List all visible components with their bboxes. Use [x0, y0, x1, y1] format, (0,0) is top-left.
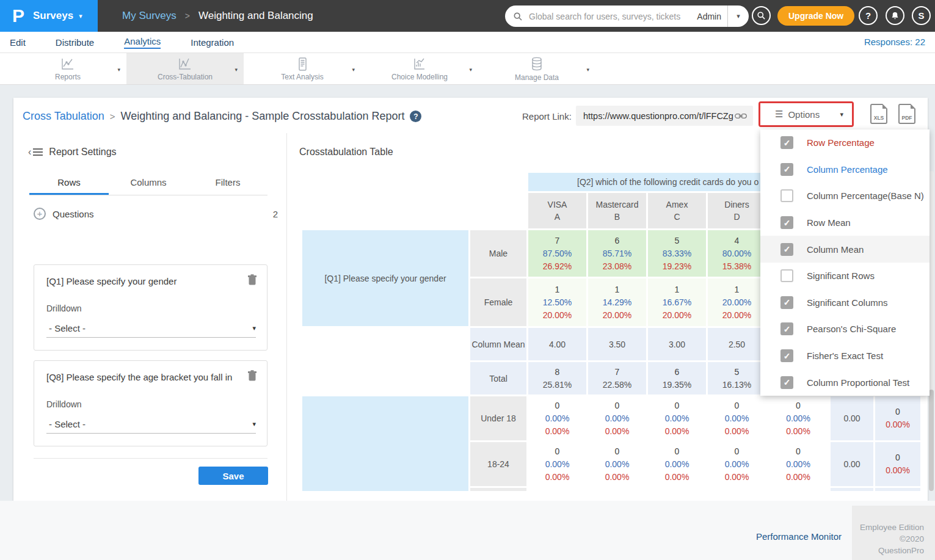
- tab-edit[interactable]: Edit: [10, 37, 26, 48]
- spacer-cell: [302, 173, 526, 191]
- tab-filters[interactable]: Filters: [188, 171, 267, 195]
- menu-item-column-proportional-test[interactable]: Column Proportional Test: [760, 369, 930, 396]
- breadcrumb-my-surveys[interactable]: My Surveys: [122, 10, 176, 22]
- cross-tabulation-link[interactable]: Cross Tabulation: [23, 110, 104, 123]
- table-cell: 114.29%20.00%: [588, 278, 646, 326]
- table-cell: 685.71%23.08%: [588, 230, 646, 277]
- checkbox-checked-icon[interactable]: [780, 322, 793, 335]
- add-question-button[interactable]: +: [34, 208, 46, 220]
- help-icon[interactable]: ?: [410, 111, 421, 122]
- checkbox-unchecked-icon[interactable]: [780, 269, 793, 282]
- table-cell: [831, 488, 873, 491]
- menu-item-column-percentage[interactable]: Column Percentage: [760, 156, 930, 183]
- save-button[interactable]: Save: [198, 467, 268, 485]
- chevron-down-icon[interactable]: ▾: [586, 67, 589, 73]
- table-cell: 516.13%: [708, 362, 766, 395]
- table-cell: 00.00%: [875, 442, 920, 486]
- toolbar-choice-modelling[interactable]: Choice Modelling ▾: [361, 53, 478, 84]
- table-scrollbar[interactable]: [929, 171, 934, 491]
- drilldown-select[interactable]: - Select - ▾: [46, 415, 256, 434]
- trash-icon: [247, 274, 257, 285]
- column-header: DinersD: [708, 193, 766, 228]
- delete-question-button[interactable]: [247, 370, 257, 384]
- checkbox-checked-icon[interactable]: [780, 349, 793, 362]
- export-xls-button[interactable]: XLS: [870, 104, 887, 124]
- table-cell: 00.00%0.00%: [708, 396, 766, 440]
- scrollbar-thumb[interactable]: [929, 390, 934, 491]
- line-chart-icon: [60, 57, 76, 71]
- checkbox-unchecked-icon[interactable]: [780, 189, 793, 202]
- table-cell: 00.00%0.00%: [588, 396, 646, 440]
- column-header: VISAA: [528, 193, 586, 228]
- column-header: MastercardB: [588, 193, 646, 228]
- toolbar-manage-data[interactable]: Manage Data ▾: [478, 53, 595, 84]
- report-title: Weighting and Balancing - Sample Crossta…: [121, 110, 405, 123]
- checkbox-checked-icon[interactable]: [780, 243, 793, 256]
- search-scope-caret-icon[interactable]: ▾: [728, 12, 749, 20]
- table-cell: 4.00: [528, 328, 586, 360]
- export-pdf-button[interactable]: PDF: [898, 104, 915, 124]
- menu-item-significant-rows[interactable]: Significant Rows: [760, 263, 930, 289]
- product-switcher[interactable]: P Surveys ▾: [0, 0, 98, 32]
- search-icon: [513, 12, 523, 21]
- search-scope-label[interactable]: Admin: [697, 12, 721, 21]
- chevron-down-icon[interactable]: ▾: [235, 67, 238, 73]
- toolbar-cross-tabulation[interactable]: Cross-Tabulation ▾: [126, 53, 244, 84]
- checkbox-checked-icon[interactable]: [780, 136, 793, 149]
- checkbox-checked-icon[interactable]: [780, 296, 793, 309]
- performance-monitor-link[interactable]: Performance Monitor: [756, 531, 842, 542]
- chevron-down-icon[interactable]: ▾: [469, 67, 472, 73]
- trash-icon: [247, 370, 257, 381]
- toolbar-text-analysis[interactable]: Text Analysis ▾: [244, 53, 361, 84]
- table-cell: 00.00%0.00%: [768, 396, 829, 440]
- upgrade-now-button[interactable]: Upgrade Now: [777, 6, 854, 26]
- q8-row-group-label: [302, 396, 468, 491]
- tab-columns[interactable]: Columns: [109, 171, 188, 195]
- menu-item-column-percentage-base-n[interactable]: Column Percentage(Base N): [760, 183, 930, 209]
- text-document-icon: [294, 57, 310, 71]
- link-icon[interactable]: [735, 112, 747, 120]
- checkbox-checked-icon[interactable]: [780, 163, 793, 176]
- report-url[interactable]: https://www.questionpro.com/t/lFFCZg: [583, 111, 735, 121]
- options-button[interactable]: ☰ Options ▾: [760, 103, 852, 125]
- report-url-field[interactable]: https://www.questionpro.com/t/lFFCZg: [576, 106, 753, 126]
- spacer-cell: [302, 362, 468, 395]
- drilldown-select[interactable]: - Select - ▾: [46, 319, 256, 338]
- chevron-down-icon[interactable]: ▾: [352, 67, 355, 73]
- menu-item-fishers-exact-test[interactable]: Fisher's Exact Test: [760, 343, 930, 369]
- menu-item-row-mean[interactable]: Row Mean: [760, 209, 930, 236]
- question-text: [Q8] Please specify the age bracket you …: [46, 372, 236, 382]
- question-mark-icon: ?: [865, 10, 871, 21]
- delete-question-button[interactable]: [247, 274, 257, 288]
- search-input[interactable]: [528, 11, 697, 22]
- settings-title: Report Settings: [49, 147, 116, 158]
- tab-integration[interactable]: Integration: [191, 37, 234, 48]
- help-button[interactable]: ?: [859, 6, 878, 25]
- checkbox-checked-icon[interactable]: [780, 216, 793, 229]
- column-header: AmexC: [648, 193, 706, 228]
- toolbar-reports[interactable]: Reports ▾: [9, 53, 126, 84]
- tab-rows[interactable]: Rows: [29, 171, 109, 195]
- table-cell: 583.33%19.23%: [648, 230, 706, 277]
- menu-item-row-percentage[interactable]: Row Percentage: [760, 129, 930, 156]
- collapse-panel-icon[interactable]: ‹: [28, 147, 43, 158]
- notifications-button[interactable]: [886, 6, 904, 25]
- menu-item-significant-columns[interactable]: Significant Columns: [760, 289, 930, 316]
- table-cell: 112.50%20.00%: [528, 278, 586, 326]
- chevron-down-icon: ▾: [252, 420, 256, 428]
- global-search[interactable]: Admin ▾: [505, 5, 749, 27]
- xls-icon: XLS: [871, 115, 886, 121]
- avatar[interactable]: S: [912, 6, 931, 25]
- checkbox-checked-icon[interactable]: [780, 376, 793, 389]
- search-submit-button[interactable]: [752, 6, 771, 25]
- menu-item-label: Row Mean: [807, 217, 851, 228]
- chevron-down-icon[interactable]: ▾: [117, 67, 120, 73]
- menu-item-column-mean[interactable]: Column Mean: [760, 236, 930, 263]
- menu-item-label: Row Percentage: [807, 137, 875, 148]
- chevron-down-icon[interactable]: ▾: [79, 12, 82, 20]
- menu-item-pearsons-chi-square[interactable]: Pearson's Chi-Square: [760, 316, 930, 343]
- table-cell: 3.00: [648, 328, 706, 360]
- tab-analytics[interactable]: Analytics: [124, 36, 161, 49]
- tab-distribute[interactable]: Distribute: [56, 37, 94, 48]
- breadcrumb-separator: >: [110, 111, 115, 122]
